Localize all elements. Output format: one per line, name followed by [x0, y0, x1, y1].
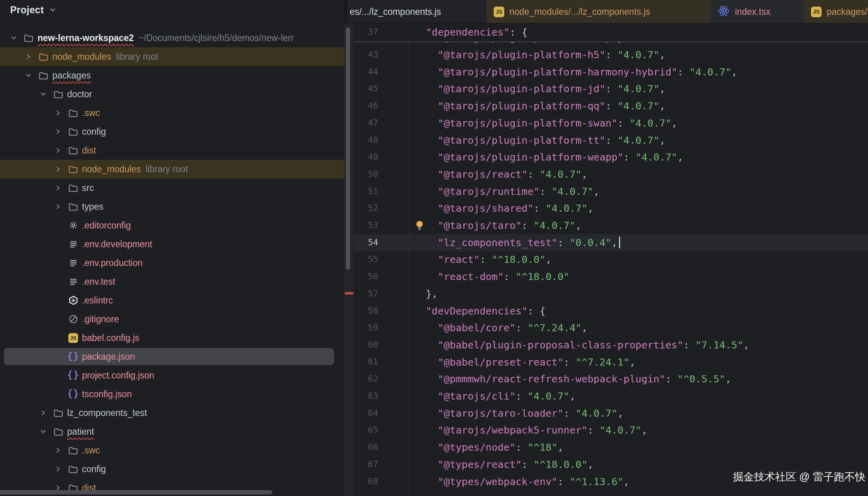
- chevron-down-icon[interactable]: [40, 428, 47, 435]
- code-line-60[interactable]: 60 "@babel/plugin-proposal-class-propert…: [354, 336, 868, 353]
- tree-item-label: .gitignore: [82, 314, 119, 325]
- code-line-61[interactable]: 61 "@babel/preset-react": "^7.24.1",: [354, 353, 868, 371]
- editor-tab-node_modules-...-lz_components.js[interactable]: JSnode_modules/.../lz_components.js: [487, 0, 710, 23]
- chevron-down-icon[interactable]: [40, 91, 47, 98]
- tree-item-label: .swc: [82, 445, 100, 456]
- sticky-line[interactable]: 37 "dependencies": {: [354, 23, 868, 42]
- code-line-66[interactable]: 66 "@types/node": "^18",: [354, 439, 868, 456]
- chevron-right-icon[interactable]: [55, 128, 62, 135]
- code-line-58[interactable]: 58 "devDependencies": {: [354, 302, 868, 319]
- code-line-53[interactable]: 53 "@tarojs/taro": "4.0.7",: [354, 217, 868, 234]
- tree-item--env-development[interactable]: .env.development: [0, 235, 344, 253]
- intention-bulb-icon[interactable]: [414, 220, 425, 232]
- code-line-54[interactable]: 54 "lz_components_test": "0.0.4",: [354, 234, 868, 251]
- code-line-44[interactable]: 44 "@tarojs/plugin-platform-harmony-hybr…: [354, 63, 868, 80]
- tree-item--eslintrc[interactable]: .eslintrc: [0, 291, 344, 310]
- code-line-43[interactable]: 43 "@tarojs/plugin-platform-h5": "4.0.7"…: [354, 46, 868, 63]
- code-line-64[interactable]: 64 "@tarojs/taro-loader": "4.0.7",: [354, 405, 868, 422]
- project-tool-window-header[interactable]: Project: [0, 0, 344, 20]
- tree-item-label: node_modules: [82, 164, 141, 175]
- tree-selection-highlight: [4, 348, 334, 365]
- chevron-right-icon[interactable]: [55, 203, 62, 210]
- code-line-62[interactable]: 62 "@pmmmwh/react-refresh-webpack-plugin…: [354, 370, 868, 387]
- code-line-56[interactable]: 56 "react-dom": "^18.0.0": [354, 268, 868, 285]
- folder-icon: [68, 108, 78, 118]
- code-text: "@tarojs/plugin-platform-harmony-hybrid"…: [414, 63, 737, 80]
- chevron-right-icon[interactable]: [55, 166, 62, 173]
- chevron-down-icon[interactable]: [49, 6, 56, 15]
- folder-icon: [53, 426, 64, 437]
- line-number: 48: [354, 132, 409, 149]
- code-line-50[interactable]: 50 "@tarojs/react": "4.0.7",: [354, 166, 868, 183]
- code-line-51[interactable]: 51 "@tarojs/runtime": "4.0.7",: [354, 183, 868, 200]
- tree-item-src[interactable]: src: [0, 178, 344, 197]
- code-line-57[interactable]: 57 },: [354, 285, 868, 302]
- chevron-right-icon[interactable]: [55, 447, 62, 454]
- chevron-right-icon[interactable]: [55, 109, 62, 116]
- folder-library-icon: [38, 52, 49, 62]
- tree-item--env-test[interactable]: .env.test: [0, 272, 344, 291]
- editor[interactable]: 42 "@tarojs/plugin-platform-alipay": "4.…: [354, 23, 868, 496]
- chevron-right-icon[interactable]: [25, 53, 32, 60]
- line-number: 56: [354, 268, 409, 285]
- editor-tab-index.tsx[interactable]: index.tsx: [710, 0, 804, 23]
- tree-item--gitignore[interactable]: .gitignore: [0, 310, 344, 328]
- tree-item--swc[interactable]: .swc: [0, 103, 344, 122]
- tree-horizontal-scrollbar[interactable]: [0, 490, 272, 494]
- chevron-down-icon[interactable]: [25, 72, 32, 79]
- tree-vertical-scrollbar[interactable]: [346, 27, 350, 269]
- chevron-right-icon[interactable]: [55, 147, 62, 154]
- code-line-59[interactable]: 59 "@babel/core": "^7.24.4",: [354, 319, 868, 336]
- tree-item-tsconfig-json[interactable]: {}tsconfig.json: [0, 385, 344, 403]
- gutter-separator: [409, 23, 409, 496]
- tree-item-label: .editorconfig: [82, 220, 131, 231]
- tree-item-label: .env.test: [82, 277, 115, 287]
- code-line-65[interactable]: 65 "@tarojs/webpack5-runner": "4.0.7",: [354, 421, 868, 439]
- tree-item--env-production[interactable]: .env.production: [0, 253, 344, 272]
- tree-item-config[interactable]: config: [0, 122, 344, 141]
- line-number: 65: [354, 421, 409, 439]
- tree-item-patient[interactable]: patient: [0, 422, 344, 441]
- chevron-right-icon[interactable]: [55, 466, 62, 473]
- code-line-45[interactable]: 45 "@tarojs/plugin-platform-jd": "4.0.7"…: [354, 80, 868, 97]
- code-text: "@types/webpack-env": "^1.13.6",: [414, 473, 630, 490]
- tab-label: index.tsx: [735, 7, 770, 17]
- tree-item-new-lerna-workspace2[interactable]: new-lerna-workspace2~/Documents/cjlsire/…: [0, 29, 344, 47]
- chevron-down-icon[interactable]: [10, 34, 17, 41]
- panel-splitter[interactable]: [344, 23, 354, 496]
- tree-item-package-json[interactable]: {}package.json: [0, 347, 344, 366]
- code-line-55[interactable]: 55 "react": "^18.0.0",: [354, 251, 868, 268]
- tree-item-packages[interactable]: packages: [0, 66, 344, 85]
- code-line-47[interactable]: 47 "@tarojs/plugin-platform-swan": "4.0.…: [354, 114, 868, 132]
- json-file-icon: {}: [68, 370, 78, 381]
- tree-item-lz_components_test[interactable]: lz_components_test: [0, 403, 344, 422]
- chevron-right-icon[interactable]: [55, 184, 62, 191]
- editor-tab-es-...-lz_components.js[interactable]: es/.../lz_components.js: [347, 0, 487, 23]
- code-text: "lz_components_test": "0.0.4",: [414, 234, 617, 251]
- editor-tab-packages-[interactable]: JSpackages/: [804, 0, 868, 23]
- tree-item-doctor[interactable]: doctor: [0, 85, 344, 103]
- folder-icon: [68, 108, 78, 118]
- code-line-63[interactable]: 63 "@tarojs/cli": "4.0.7",: [354, 387, 868, 405]
- tree-item--swc[interactable]: .swc: [0, 441, 344, 460]
- chevron-right-icon: [25, 54, 32, 60]
- line-number: 45: [354, 80, 409, 97]
- tree-item-types[interactable]: types: [0, 197, 344, 216]
- tree-item-config[interactable]: config: [0, 460, 344, 478]
- tree-item-dist[interactable]: dist: [0, 141, 344, 160]
- tree-item-babel-config-js[interactable]: JSbabel.config.js: [0, 328, 344, 347]
- tree-item--editorconfig[interactable]: .editorconfig: [0, 216, 344, 235]
- tree-item-node_modules[interactable]: node_moduleslibrary root: [0, 160, 344, 178]
- tree-item-sublabel: library root: [116, 52, 158, 62]
- chevron-right-icon[interactable]: [40, 409, 47, 416]
- text-file-icon: [69, 277, 78, 286]
- code-line-52[interactable]: 52 "@tarojs/shared": "4.0.7",: [354, 200, 868, 217]
- tree-item-node_modules[interactable]: node_moduleslibrary root: [0, 47, 344, 66]
- chevron-right-icon: [55, 185, 61, 191]
- code-line-49[interactable]: 49 "@tarojs/plugin-platform-weapp": "4.0…: [354, 148, 868, 166]
- chevron-right-icon: [40, 410, 46, 416]
- tree-item-project-config-json[interactable]: {}project.config.json: [0, 366, 344, 385]
- code-line-48[interactable]: 48 "@tarojs/plugin-platform-tt": "4.0.7"…: [354, 132, 868, 149]
- lines-icon: [68, 258, 78, 268]
- code-line-46[interactable]: 46 "@tarojs/plugin-platform-qq": "4.0.7"…: [354, 97, 868, 114]
